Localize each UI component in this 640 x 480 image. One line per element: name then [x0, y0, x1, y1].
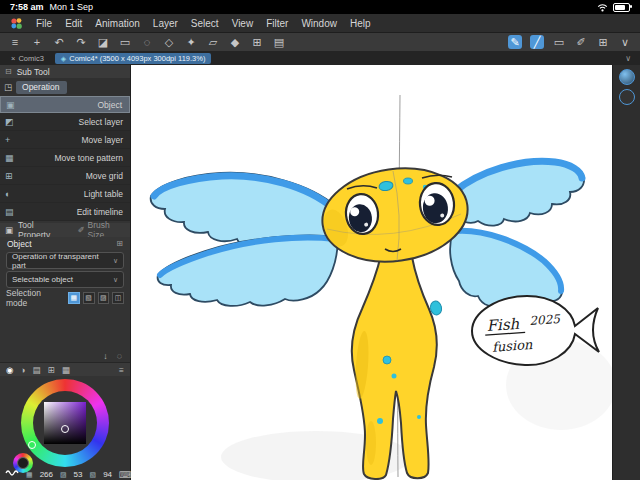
brush-tool-icon[interactable]: ✐	[574, 35, 588, 49]
subtool-move-layer[interactable]: + Move layer	[0, 131, 130, 149]
selection-mode-multiply-button[interactable]: ◫	[112, 292, 124, 304]
subtool-label: Edit timeline	[77, 207, 123, 217]
tool-options-icon[interactable]: ⊞	[116, 239, 123, 248]
redo-icon[interactable]: ↷	[74, 35, 88, 49]
subtool-edit-timeline[interactable]: ▤ Edit timeline	[0, 203, 130, 221]
frame-tool-icon[interactable]: ▱	[206, 35, 220, 49]
pen-tool-icon[interactable]: ✎	[508, 35, 522, 49]
subtool-label: Move grid	[86, 171, 123, 181]
tab-comic4-active[interactable]: ◈ Comic4* (3500 x 4093px 300dpi 119.3%)	[55, 53, 212, 64]
selection-mode-remove-button[interactable]: ▨	[98, 292, 110, 304]
magnifier-icon[interactable]: ◌	[117, 351, 122, 361]
document-icon: ◈	[61, 55, 66, 63]
menu-layer[interactable]: Layer	[153, 18, 178, 29]
menu-animation[interactable]: Animation	[95, 18, 139, 29]
grid-icon: ⊞	[5, 171, 17, 181]
color-set-tab-icon[interactable]: ▤	[33, 365, 41, 375]
subtool-label: Move layer	[81, 135, 123, 145]
wand-select-icon[interactable]: ✦	[184, 35, 198, 49]
menu-select[interactable]: Select	[191, 18, 219, 29]
dropdown-label: Operation of transparent part	[12, 252, 113, 270]
selection-mode-new-button[interactable]: ▦	[68, 292, 80, 304]
saturation-value-icon: ▨	[60, 471, 67, 479]
battery-icon	[613, 3, 630, 12]
menu-icon[interactable]: ≡	[8, 35, 22, 49]
lower-left-wing	[158, 236, 338, 306]
tab-label: Comic4* (3500 x 4093px 300dpi 119.3%)	[69, 54, 205, 63]
panel-icon: ⊟	[5, 67, 12, 76]
tab-comic3[interactable]: × Comic3	[5, 53, 50, 64]
collapse-arrow-icon[interactable]: ↓	[103, 351, 108, 361]
ruler-tool-icon[interactable]: ▭	[552, 35, 566, 49]
hue-picker-dot[interactable]	[28, 441, 36, 449]
menu-filter[interactable]: Filter	[266, 18, 288, 29]
sub-tool-panel-header: ⊟ Sub Tool	[0, 65, 130, 78]
move-icon[interactable]: +	[30, 35, 44, 49]
color-wheel[interactable]	[21, 379, 109, 467]
tone-pattern-icon: ▦	[5, 153, 17, 163]
menu-file[interactable]: File	[36, 18, 52, 29]
eraser-icon[interactable]: ◪	[96, 35, 110, 49]
color-slider-tab-icon[interactable]: ◑	[20, 365, 25, 375]
color-panel-tabs: ◉ ◑ ▤ ⊞ ▦ ≡	[0, 363, 130, 376]
subtool-label: Select layer	[79, 117, 123, 127]
operation-group-button[interactable]: Operation	[16, 81, 67, 94]
toolbar-chevron-icon[interactable]: ∨	[618, 35, 632, 49]
light-table-icon: ◐	[5, 189, 17, 199]
transparent-part-dropdown[interactable]: Operation of transparent part ∨	[6, 252, 124, 269]
edge-keyboard-button[interactable]	[619, 89, 635, 105]
menu-bar: File Edit Animation Layer Select View Fi…	[0, 14, 640, 33]
grid-tool-icon[interactable]: ⊞	[250, 35, 264, 49]
move-layer-icon: +	[5, 135, 17, 145]
dropdown-label: Selectable object	[12, 275, 73, 284]
lasso-select-icon[interactable]: ◌	[140, 35, 154, 49]
chevron-down-icon: ∨	[113, 257, 118, 265]
sv-picker-dot[interactable]	[61, 425, 69, 433]
color-mixer-tab-icon[interactable]: ▦	[62, 365, 70, 375]
material-tool-icon[interactable]: ▤	[272, 35, 286, 49]
chevron-down-icon: ∨	[113, 276, 118, 284]
gesture-wave-icon[interactable]	[5, 468, 21, 476]
subtool-object[interactable]: ▣ Object	[0, 96, 130, 113]
subtool-label: Light table	[84, 189, 123, 199]
subtool-light-table[interactable]: ◐ Light table	[0, 185, 130, 203]
color-grid-tab-icon[interactable]: ⊞	[48, 365, 55, 375]
color-panel-menu-icon[interactable]: ≡	[119, 365, 124, 375]
menu-edit[interactable]: Edit	[65, 18, 82, 29]
canvas[interactable]: Fish 2025 fusion	[131, 65, 612, 480]
marquee-select-icon[interactable]: ▭	[118, 35, 132, 49]
left-panel: ⊟ Sub Tool ◳ Operation ▣ Object ◩ Select…	[0, 65, 131, 480]
undo-icon[interactable]: ↶	[52, 35, 66, 49]
line-tool-icon[interactable]: ╱	[530, 35, 544, 49]
clip-studio-paint-app: 7:58 am Mon 1 Sep File Edit Animation La…	[0, 0, 640, 480]
current-tool-name-row: Object ⊞	[0, 237, 130, 250]
brightness-value-icon: ▧	[90, 471, 97, 479]
current-tool-name: Object	[7, 239, 32, 249]
selection-mode-label: Selection mode	[6, 288, 63, 308]
subtool-move-tone-pattern[interactable]: ▦ Move tone pattern	[0, 149, 130, 167]
close-icon[interactable]: ×	[11, 54, 15, 63]
tab-list-chevron-icon[interactable]: ∨	[625, 54, 635, 63]
tool-property-header: ▣ Tool Property ✐ Brush Size	[0, 223, 130, 237]
menu-window[interactable]: Window	[301, 18, 337, 29]
polygon-select-icon[interactable]: ◇	[162, 35, 176, 49]
menu-view[interactable]: View	[232, 18, 254, 29]
subtool-move-grid[interactable]: ⊞ Move grid	[0, 167, 130, 185]
hue-value: 266	[40, 470, 53, 479]
character-drawing: Fish 2025 fusion	[131, 65, 612, 480]
clip-studio-logo-icon[interactable]	[10, 17, 23, 30]
saturation-value-square[interactable]	[44, 402, 86, 444]
quick-access-button[interactable]	[619, 69, 635, 85]
wifi-icon	[597, 3, 608, 12]
eyedropper-icon[interactable]: ◆	[228, 35, 242, 49]
color-wheel-tab-icon[interactable]: ◉	[6, 365, 13, 375]
bubble-word-fusion: fusion	[492, 337, 534, 355]
bubble-word-year: 2025	[529, 312, 562, 328]
selectable-object-dropdown[interactable]: Selectable object ∨	[6, 271, 124, 288]
tab-label: Comic3	[18, 54, 43, 63]
selection-mode-row: Selection mode ▦ ▧ ▨ ◫	[0, 288, 130, 306]
subtool-select-layer[interactable]: ◩ Select layer	[0, 113, 130, 131]
selection-mode-add-button[interactable]: ▧	[83, 292, 95, 304]
settings-tool-icon[interactable]: ⊞	[596, 35, 610, 49]
menu-help[interactable]: Help	[350, 18, 371, 29]
